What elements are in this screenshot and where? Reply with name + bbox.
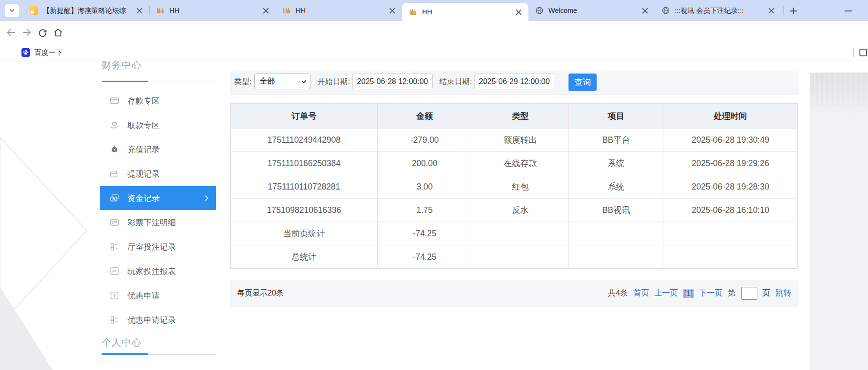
sidebar-item-label: 资金记录 — [127, 193, 160, 204]
tab-close-icon[interactable] — [641, 6, 649, 15]
next-page-link[interactable]: 下一页 — [699, 288, 723, 298]
summary-amount: -74.25 — [377, 222, 472, 245]
col-type: 类型 — [472, 104, 569, 128]
plus-icon — [789, 7, 798, 15]
prev-page-link[interactable]: 上一页 — [654, 288, 678, 298]
sidebar-item-label: 取款专区 — [127, 120, 160, 131]
list-detail-icon — [109, 217, 120, 228]
tab-title: HH — [169, 7, 258, 14]
tab-video-records[interactable]: :::视讯 会员下注纪录::: — [655, 0, 781, 21]
cell-type: 红包 — [472, 175, 569, 199]
table-row: 1751110249442908 -279.00 额度转出 BB平台 2025-… — [231, 128, 798, 152]
tab-close-icon[interactable] — [135, 6, 144, 15]
home-button[interactable] — [53, 27, 63, 38]
tab-search-button[interactable] — [5, 4, 19, 17]
wallet-out-icon — [109, 169, 120, 179]
cell-type: 额度转出 — [472, 128, 569, 152]
chart-report-icon — [109, 266, 120, 276]
new-tab-button[interactable] — [787, 4, 800, 18]
jump-page-input[interactable] — [741, 287, 757, 300]
sidebar-item-recharge-records[interactable]: ¥ 充值记录 — [100, 137, 216, 161]
sidebar-item-promo-apply-records[interactable]: 优惠申请记录 — [100, 308, 216, 332]
chevron-right-icon — [203, 194, 210, 202]
page-size-text: 每页显示20条 — [237, 288, 284, 298]
cell-order-id: 1751098210616336 — [231, 199, 378, 222]
sidebar-item-funds-records[interactable]: 资金记录 — [100, 186, 216, 210]
tab-title: HH — [296, 7, 384, 14]
sidebar-item-deposit-zone[interactable]: 存款专区 — [100, 89, 216, 113]
jump-button[interactable]: 跳转 — [775, 288, 791, 298]
tab-forum[interactable]: 【新提醒】海燕策略论坛综 — [23, 0, 149, 21]
chevron-down-icon — [8, 7, 16, 14]
tab-close-icon[interactable] — [388, 6, 396, 15]
cell-order-id: 1751110110728281 — [231, 175, 378, 199]
hh-favicon-icon — [409, 8, 417, 16]
summary-label: 总统计 — [231, 245, 378, 269]
cell-order-id: 1751110249442908 — [231, 128, 378, 152]
table-header-row: 订单号 金额 类型 项目 处理时间 — [231, 104, 798, 128]
tab-title: HH — [422, 8, 510, 16]
side-panel-icon[interactable] — [859, 49, 867, 56]
back-button[interactable] — [6, 27, 16, 38]
sidebar-item-messages[interactable]: 消息公告 — [100, 365, 216, 370]
query-button[interactable]: 查询 — [568, 74, 597, 91]
sidebar-item-lottery-bet-details[interactable]: 彩票下注明细 — [100, 211, 216, 234]
bookmarks-bar: 百度一下 — [0, 44, 868, 61]
summary-row-current-page: 当前页统计 -74.25 — [231, 222, 798, 245]
tab-hh-active[interactable]: HH — [402, 3, 528, 21]
browser-toolbar: yl756.com/hhcp/usercenter.html?iniType=6 — [0, 21, 868, 44]
type-label: 类型: — [234, 74, 251, 89]
first-page-link[interactable]: 首页 — [633, 288, 649, 298]
table-row: 1751110166250384 200.00 在线存款 系统 2025-06-… — [231, 152, 798, 175]
background-triangles — [0, 133, 100, 370]
sidebar-item-player-bet-report[interactable]: 玩家投注报表 — [100, 259, 216, 283]
start-date-label: 开始日期: — [317, 74, 350, 89]
end-date-input[interactable] — [474, 74, 554, 89]
sidebar-item-hall-bet-records[interactable]: 厅室投注记录 — [100, 235, 216, 259]
cell-process-time: 2025-06-28 19:29:26 — [663, 152, 798, 175]
forward-button[interactable] — [21, 27, 32, 38]
home-icon — [53, 27, 63, 38]
tab-hh-2[interactable]: HH — [276, 0, 402, 21]
minimize-button[interactable] — [839, 4, 858, 18]
sidebar-item-label: 优惠申请记录 — [127, 315, 176, 326]
col-order-id: 订单号 — [231, 104, 378, 128]
reload-button[interactable] — [37, 27, 48, 38]
bookmarks-separator — [853, 48, 854, 57]
sidebar-item-label: 玩家投注报表 — [127, 266, 176, 277]
pagination-controls: 共4条 首页 上一页 [1] 下一页 第 页 跳转 — [608, 287, 791, 300]
section-divider-accent — [102, 353, 148, 355]
tab-hh-1[interactable]: HH — [149, 0, 276, 21]
start-date-input[interactable] — [352, 74, 433, 89]
summary-label: 当前页统计 — [231, 222, 378, 245]
sidebar-item-withdraw-zone[interactable]: 取款专区 — [100, 113, 216, 137]
cell-type: 反水 — [472, 199, 569, 222]
sidebar-section-personal: 个人中心 — [102, 335, 142, 349]
svg-text:¥: ¥ — [113, 293, 116, 298]
cell-project: 系统 — [569, 175, 663, 199]
sidebar-item-label: 彩票下注明细 — [127, 217, 176, 228]
type-select-value: 全部 — [259, 76, 275, 86]
tab-separator — [783, 6, 784, 15]
section-divider-accent — [102, 81, 148, 82]
end-date-label: 结束日期: — [439, 74, 472, 89]
jump-suffix-label: 页 — [763, 288, 771, 298]
summary-amount: -74.25 — [377, 245, 472, 269]
bookmark-baidu[interactable]: 百度一下 — [21, 47, 63, 58]
sidebar-item-withdrawal-records[interactable]: 提现记录 — [100, 162, 216, 186]
forward-arrow-icon — [21, 27, 32, 38]
browser-window: 【新提醒】海燕策略论坛综 HH HH HH Welcome — [0, 0, 868, 370]
tab-close-icon[interactable] — [261, 6, 270, 15]
bookmark-label: 百度一下 — [34, 48, 63, 57]
tab-close-icon[interactable] — [767, 6, 775, 15]
cell-process-time: 2025-06-28 16:10:10 — [663, 199, 798, 222]
forum-favicon-icon — [30, 6, 38, 15]
current-page-indicator: [1] — [683, 289, 693, 298]
type-select[interactable]: 全部 — [254, 74, 310, 89]
cell-amount: 200.00 — [377, 152, 472, 175]
filter-bar: 类型: 全部 开始日期: 结束日期: 查询 — [230, 72, 798, 95]
tab-close-icon[interactable] — [514, 8, 523, 16]
tab-welcome[interactable]: Welcome — [528, 0, 655, 21]
sidebar-item-promo-apply[interactable]: ¥ 优惠申请 — [100, 284, 216, 307]
hh-favicon-icon — [156, 6, 165, 15]
